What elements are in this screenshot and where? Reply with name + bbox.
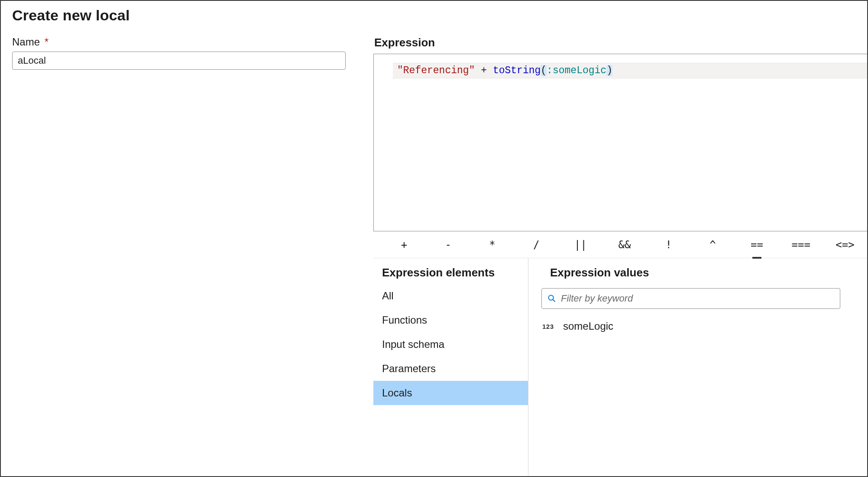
expression-values-list: 123someLogic [541,318,854,334]
svg-point-0 [549,295,554,300]
operator-button[interactable]: === [779,235,823,254]
token-function: toString [493,65,541,76]
expression-elements-item[interactable]: Parameters [373,357,528,381]
dialog-title: Create new local [12,7,856,24]
name-input[interactable] [12,52,346,70]
operator-button[interactable]: ! [647,235,691,254]
required-marker: * [45,36,49,48]
right-pane: Expression "Referencing" + toString(:som… [373,28,867,476]
bottom-section: Expression elements AllFunctionsInput sc… [373,258,867,476]
token-lparen: ( [541,65,547,76]
create-local-dialog: Create new local Name * Expression "Refe… [0,0,868,477]
expression-elements-title: Expression elements [373,266,528,284]
token-string: "Referencing" [397,65,475,76]
expression-elements-item[interactable]: All [373,284,528,308]
dialog-body: Name * Expression "Referencing" + toStri… [1,28,867,476]
expression-elements-item[interactable]: Input schema [373,332,528,357]
search-icon [547,294,556,303]
value-type-badge: 123 [542,323,555,330]
operator-button[interactable]: && [602,235,647,254]
operator-button[interactable]: <=> [823,235,867,254]
operator-button[interactable]: - [426,235,470,254]
operator-button[interactable]: == [735,235,779,254]
operator-button[interactable]: / [514,235,558,254]
token-plus: + [481,65,487,76]
name-label-text: Name [12,36,40,48]
token-rparen: ) [606,65,612,76]
expression-value-item[interactable]: 123someLogic [541,318,854,334]
token-colon: : [547,65,553,76]
left-pane: Name * [1,28,373,476]
value-name: someLogic [563,320,613,332]
expression-code: "Referencing" + toString(:someLogic) [397,65,612,76]
name-label: Name * [12,36,362,48]
expression-elements-item[interactable]: Locals [373,381,528,405]
operator-button[interactable]: + [382,235,426,254]
expression-line[interactable]: "Referencing" + toString(:someLogic) [393,63,867,78]
expression-elements-pane: Expression elements AllFunctionsInput sc… [373,258,528,476]
expression-values-title: Expression values [541,266,854,284]
operator-button[interactable]: * [470,235,515,254]
expression-elements-list: AllFunctionsInput schemaParametersLocals [373,284,528,405]
dialog-header: Create new local [1,1,867,28]
operator-toolbar: +-*/||&&!^=====<=> [373,231,867,258]
token-identifier: someLogic [553,65,606,76]
expression-label: Expression [374,36,867,49]
expression-elements-item[interactable]: Functions [373,308,528,332]
expression-editor[interactable]: "Referencing" + toString(:someLogic) [373,54,867,231]
operator-button[interactable]: ^ [691,235,735,254]
expression-values-pane: Expression values 123someLogic [528,258,867,476]
filter-input[interactable] [541,288,840,309]
svg-line-1 [553,300,555,302]
filter-wrap [541,288,854,309]
operator-button[interactable]: || [558,235,602,254]
